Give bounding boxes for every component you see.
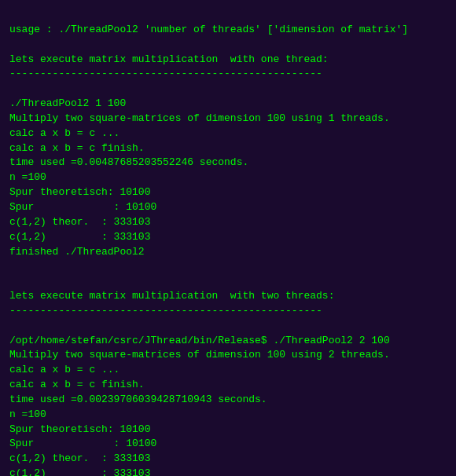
- terminal-line: time used =0.00487685203552246 seconds.: [9, 156, 447, 170]
- terminal-line: [9, 319, 447, 334]
- terminal-line: c(1,2) theor. : 333103: [9, 452, 447, 467]
- terminal-line: lets execute matrix multiplication with …: [9, 53, 447, 68]
- terminal-line: Spur theoretisch: 10100: [9, 185, 447, 200]
- terminal-line: finished ./ThreadPool2: [9, 245, 447, 260]
- terminal-line: calc a x b = c ...: [9, 126, 447, 141]
- terminal-line: c(1,2) : 333103: [9, 230, 447, 245]
- terminal-line: usage : ./ThreadPool2 'number of threads…: [9, 23, 447, 38]
- terminal-line: calc a x b = c finish.: [9, 141, 447, 156]
- terminal-line: Spur : 10100: [9, 437, 447, 452]
- terminal-line: [9, 274, 447, 289]
- terminal-line: [9, 82, 447, 97]
- terminal-line: lets execute matrix multiplication with …: [9, 289, 447, 304]
- terminal-line: c(1,2) theor. : 333103: [9, 215, 447, 230]
- terminal-line: /opt/home/stefan/csrc/JThread/bin/Releas…: [9, 334, 447, 349]
- terminal-line: Multiply two square-matrices of dimensio…: [9, 112, 447, 126]
- terminal-line: [9, 38, 447, 53]
- terminal-line: Multiply two square-matrices of dimensio…: [9, 348, 447, 363]
- terminal-line: calc a x b = c finish.: [9, 378, 447, 393]
- terminal-line: ./ThreadPool2 1 100: [9, 97, 447, 112]
- terminal-line: n =100: [9, 170, 447, 185]
- terminal-line: calc a x b = c ...: [9, 363, 447, 378]
- terminal-line: c(1,2) : 333103: [9, 467, 447, 476]
- terminal-line: n =100: [9, 408, 447, 423]
- terminal-line: Spur : 10100: [9, 200, 447, 215]
- terminal-line: Spur theoretisch: 10100: [9, 423, 447, 438]
- terminal-line: [9, 259, 447, 274]
- terminal-line: time used =0.00239706039428710943 second…: [9, 393, 447, 408]
- terminal-output: usage : ./ThreadPool2 'number of threads…: [9, 8, 447, 476]
- terminal-line: ----------------------------------------…: [9, 304, 447, 319]
- terminal-line: ----------------------------------------…: [9, 67, 447, 82]
